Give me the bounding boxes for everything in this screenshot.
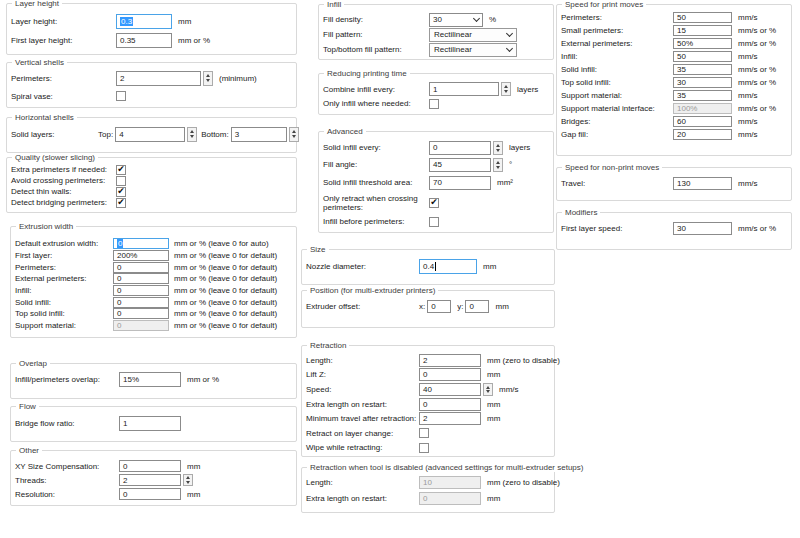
support-material-interface-input[interactable]: 100% (673, 103, 732, 114)
section-other: OtherXY Size Compensation:0mmThreads:2Re… (10, 450, 297, 506)
resolution-unit: mm (187, 490, 200, 499)
infill-perimeters-overlap-input[interactable]: 15% (119, 372, 181, 387)
perimeters-input[interactable]: 2 (116, 71, 201, 86)
travel-input[interactable]: 130 (673, 177, 732, 190)
solid-infill-every-input[interactable]: 0 (429, 141, 491, 155)
spin-up-icon[interactable] (206, 74, 210, 77)
lift-z-input[interactable]: 0 (419, 368, 481, 381)
gap-fill-input[interactable]: 20 (673, 129, 732, 140)
default-extrusion-width-input[interactable]: 0 (113, 238, 169, 249)
top-bottom-fill-pattern-select[interactable]: Rectilinear (429, 43, 517, 57)
extra-perimeters-if-needed-checkbox[interactable]: ✔ (116, 165, 126, 175)
perimeters-input[interactable]: 50 (673, 12, 732, 23)
threads-input[interactable]: 2 (119, 474, 181, 486)
section-quality-slower-slicing: Quality (slower slicing)Extra perimeters… (6, 157, 297, 213)
settings-row: Support material:0mm or % (leave 0 for d… (15, 320, 296, 332)
first-layer-input[interactable]: 200% (113, 250, 169, 261)
spin-up-icon[interactable] (186, 476, 190, 479)
infill-before-perimeters-checkbox[interactable] (429, 217, 439, 227)
only-infill-where-needed-checkbox[interactable] (429, 99, 439, 109)
perimeters-spinner[interactable] (203, 71, 213, 86)
external-perimeters-value: 0 (117, 274, 121, 283)
chevron-down-icon (506, 30, 513, 37)
length-input[interactable]: 10 (419, 476, 481, 489)
minimum-travel-after-retraction-input[interactable]: 2 (419, 412, 481, 425)
solid-layers-bottom-input[interactable]: 3 (231, 127, 287, 142)
first-layer-speed-input[interactable]: 30 (673, 222, 732, 235)
combine-infill-every-input[interactable]: 1 (429, 82, 499, 96)
retract-on-layer-change-checkbox[interactable] (419, 428, 429, 438)
xy-size-compensation-input[interactable]: 0 (119, 460, 181, 472)
spin-up-icon[interactable] (486, 386, 490, 389)
first-layer-unit: mm or % (leave 0 for default) (174, 251, 277, 260)
spin-up-icon[interactable] (496, 161, 500, 164)
extra-length-on-restart-input[interactable]: 0 (419, 492, 481, 505)
solid-infill-threshold-area-input[interactable]: 70 (429, 176, 491, 190)
solid-infill-input[interactable]: 0 (113, 297, 169, 308)
top-solid-infill-input[interactable]: 30 (673, 77, 732, 88)
spin-up-icon[interactable] (292, 130, 296, 133)
spin-down-icon[interactable] (190, 135, 194, 138)
settings-row: Gap fill:20mm/s (561, 128, 791, 141)
spin-down-icon[interactable] (486, 390, 490, 393)
detect-bridging-perimeters-checkbox[interactable]: ✔ (116, 198, 126, 208)
spin-down-icon[interactable] (206, 79, 210, 82)
settings-row: First layer height:0.35mm or % (11, 31, 296, 50)
spin-up-icon[interactable] (504, 85, 508, 88)
solid-layers-bottom-spinner[interactable] (289, 127, 299, 142)
avoid-crossing-perimeters-checkbox[interactable] (116, 176, 126, 186)
spin-up-icon[interactable] (496, 144, 500, 147)
fill-angle-spinner[interactable] (493, 158, 503, 172)
layer-height-input[interactable]: 0.3 (116, 14, 172, 29)
settings-row: External perimeters:50%mm/s or % (561, 37, 791, 50)
bridges-input[interactable]: 60 (673, 116, 732, 127)
spin-down-icon[interactable] (496, 149, 500, 152)
only-retract-when-crossing-perimeters-checkbox[interactable]: ✔ (429, 198, 439, 208)
speed-spinner[interactable] (483, 383, 493, 396)
spin-up-icon[interactable] (190, 130, 194, 133)
lift-z-label: Lift Z: (306, 370, 419, 379)
external-perimeters-input[interactable]: 50% (673, 38, 732, 49)
settings-row: Top solid infill:0mm or % (leave 0 for d… (15, 308, 296, 320)
speed-input[interactable]: 40 (419, 383, 481, 396)
top-solid-infill-input[interactable]: 0 (113, 308, 169, 319)
extra-length-on-restart-input[interactable]: 0 (419, 398, 481, 411)
solid-infill-input[interactable]: 35 (673, 64, 732, 75)
resolution-input[interactable]: 0 (119, 488, 181, 500)
solid-infill-every-spinner[interactable] (493, 141, 503, 155)
nozzle-diameter-input[interactable]: 0.4 (419, 259, 477, 274)
fill-density-combo[interactable]: 30 (429, 13, 483, 27)
combine-infill-every-spinner[interactable] (501, 82, 511, 96)
spin-down-icon[interactable] (186, 481, 190, 484)
support-material-input[interactable]: 35 (673, 90, 732, 101)
length-unit: mm (zero to disable) (487, 356, 560, 365)
extruder-offset-x-input[interactable]: 0 (427, 300, 451, 313)
perimeters-value: 2 (120, 74, 124, 83)
settings-row: Support material:35mm/s (561, 89, 791, 102)
detect-thin-walls-checkbox[interactable]: ✔ (116, 187, 126, 197)
threads-spinner[interactable] (183, 474, 193, 486)
spin-down-icon[interactable] (496, 166, 500, 169)
extruder-offset-y-input[interactable]: 0 (465, 300, 489, 313)
fill-angle-input[interactable]: 45 (429, 158, 491, 172)
infill-value: 50 (677, 52, 686, 61)
fill-pattern-select[interactable]: Rectilinear (429, 28, 517, 42)
infill-input[interactable]: 50 (673, 51, 732, 62)
x-sublabel: x: (419, 302, 425, 311)
perimeters-input[interactable]: 0 (113, 262, 169, 273)
first-layer-height-input[interactable]: 0.35 (116, 33, 172, 48)
section-rows: Default extrusion width:0mm or % (leave … (11, 227, 296, 332)
small-perimeters-input[interactable]: 15 (673, 25, 732, 36)
spiral-vase-checkbox[interactable] (116, 91, 126, 101)
length-input[interactable]: 2 (419, 354, 481, 367)
speed-label: Speed: (306, 385, 419, 394)
solid-layers-top-input[interactable]: 4 (115, 127, 185, 142)
wipe-while-retracting-checkbox[interactable] (419, 443, 429, 453)
bridge-flow-ratio-input[interactable]: 1 (119, 416, 181, 431)
infill-input[interactable]: 0 (113, 285, 169, 296)
spin-down-icon[interactable] (504, 90, 508, 93)
external-perimeters-input[interactable]: 0 (113, 273, 169, 284)
spin-down-icon[interactable] (292, 135, 296, 138)
support-material-input[interactable]: 0 (113, 320, 169, 331)
solid-layers-top-spinner[interactable] (187, 127, 197, 142)
